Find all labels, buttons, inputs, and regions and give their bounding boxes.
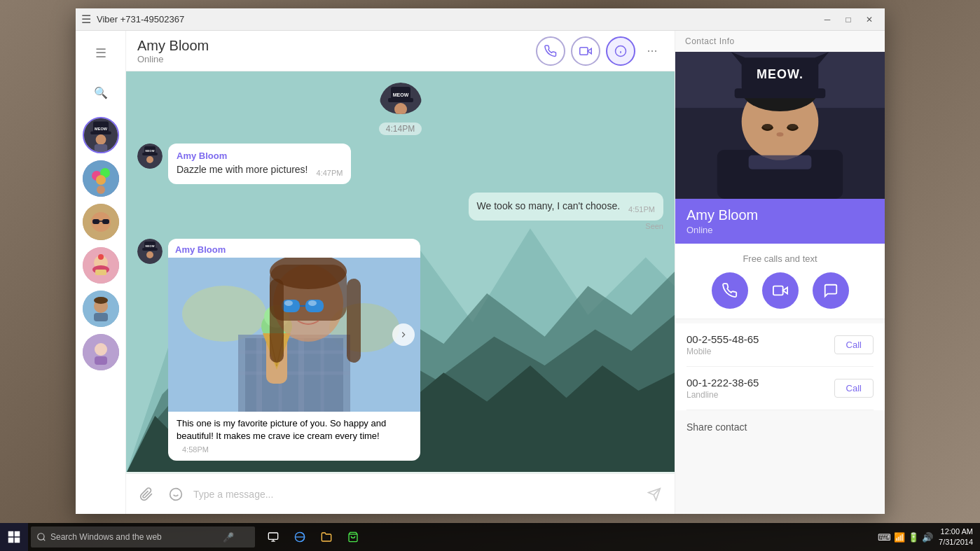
taskbar-date-display: 7/31/2014 — [939, 537, 973, 547]
svg-rect-104 — [773, 286, 782, 295]
svg-rect-19 — [95, 270, 106, 275]
svg-point-79 — [308, 300, 317, 306]
windows-logo-icon — [8, 531, 20, 543]
svg-point-53 — [146, 251, 153, 258]
volume-icon: 🔊 — [922, 532, 933, 543]
msg-image-bubble: Amy Bloom — [168, 239, 420, 461]
messages-container: MEOW 4:14PM — [126, 71, 675, 472]
edge-browser-button[interactable] — [287, 524, 312, 550]
title-bar-menu-icon[interactable]: ☰ — [81, 13, 91, 26]
svg-point-78 — [284, 300, 293, 306]
info-button[interactable] — [606, 36, 635, 66]
app-content: ☰ 🔍 MEOW — [76, 31, 885, 514]
microphone-icon[interactable]: 🎤 — [223, 532, 234, 543]
landline-number: 00-1-222-38-65 — [686, 377, 834, 389]
svg-point-101 — [777, 132, 784, 137]
window-controls: ─ □ ✕ — [817, 12, 879, 27]
contact-avatar-6[interactable] — [83, 334, 119, 370]
taskbar-search-icon — [36, 532, 46, 542]
taskbar: 🎤 — [0, 523, 980, 551]
msg-text-sent-1: We took so many, I can't choose. — [477, 200, 620, 214]
svg-rect-23 — [94, 313, 108, 321]
msg-image-container — [168, 258, 420, 412]
chat-contact-status: Online — [137, 54, 527, 64]
send-button[interactable] — [642, 482, 666, 506]
contact-avatar-amy[interactable]: MEOW — [83, 117, 119, 153]
svg-rect-5 — [94, 144, 106, 152]
mobile-call-button[interactable]: Call — [834, 335, 874, 354]
mobile-type: Mobile — [686, 347, 834, 356]
sidebar-search-button[interactable]: 🔍 — [85, 77, 116, 108]
contact-avatar-4[interactable] — [83, 247, 119, 284]
msg-row-sent-1: We took so many, I can't choose. 4:51PM — [477, 200, 655, 214]
svg-rect-108 — [15, 538, 20, 543]
system-tray-icons: ⌨ 📶 🔋 🔊 — [878, 532, 933, 543]
store-button[interactable] — [340, 524, 366, 550]
maximize-button[interactable]: □ — [838, 12, 858, 27]
file-explorer-button[interactable] — [314, 524, 339, 550]
sidebar-menu-button[interactable]: ☰ — [85, 38, 116, 69]
landline-call-button[interactable]: Call — [834, 379, 874, 398]
contact-info-header: Contact Info — [675, 31, 885, 52]
forward-message-button[interactable] — [392, 323, 415, 346]
svg-rect-105 — [8, 531, 14, 537]
search-icon: 🔍 — [94, 86, 108, 99]
task-view-button[interactable] — [261, 524, 286, 550]
contact-info-name: Amy Bloom — [686, 207, 874, 223]
phone-number-info-landline: 00-1-222-38-65 Landline — [686, 377, 834, 400]
contact-photo: MEOW. — [675, 52, 885, 199]
msg-bubble-1: Amy Bloom Dazzle me with more pictures! … — [168, 144, 351, 184]
start-button[interactable] — [0, 523, 28, 551]
svg-point-48 — [146, 156, 153, 163]
msg-avatar-amy-2: MEOW — [137, 239, 163, 264]
minimize-button[interactable]: ─ — [817, 12, 837, 27]
taskbar-search-bar[interactable]: 🎤 — [31, 526, 255, 547]
msg-image-sender: Amy Bloom — [168, 239, 420, 258]
svg-rect-29 — [580, 47, 588, 55]
msg-image-wrapper: Amy Bloom — [168, 239, 420, 461]
info-panel-message-button[interactable] — [813, 272, 849, 309]
phone-number-info-mobile: 00-2-555-48-65 Mobile — [686, 333, 834, 356]
contact-avatar-5[interactable] — [83, 291, 119, 327]
video-call-button[interactable] — [571, 36, 600, 66]
svg-point-20 — [98, 254, 104, 260]
svg-point-109 — [38, 533, 44, 540]
message-received-1: MEOW Amy Bloom Dazzle me with more pictu… — [137, 144, 351, 184]
svg-line-110 — [43, 539, 46, 541]
chat-area: Amy Bloom Online — [126, 31, 675, 514]
svg-rect-80 — [270, 279, 284, 363]
title-bar: ☰ Viber +731-49502367 ─ □ ✕ — [76, 8, 885, 31]
message-received-image: MEOW Amy Bloom — [137, 239, 420, 461]
svg-rect-106 — [15, 531, 20, 537]
message-input-field[interactable] — [193, 489, 637, 500]
more-options-button[interactable]: ··· — [641, 40, 663, 62]
share-contact-button[interactable]: Share contact — [675, 410, 885, 444]
svg-rect-13 — [92, 219, 99, 224]
contact-avatar-3[interactable] — [83, 204, 119, 240]
contact-avatar-2[interactable] — [83, 160, 119, 197]
svg-rect-81 — [347, 279, 361, 363]
svg-text:MEOW.: MEOW. — [757, 67, 803, 81]
attachment-button[interactable] — [134, 482, 158, 506]
chat-header-actions: ··· — [536, 36, 663, 66]
svg-rect-102 — [749, 155, 812, 169]
svg-marker-103 — [782, 287, 787, 293]
voice-call-button[interactable] — [536, 36, 565, 66]
share-contact-label: Share contact — [686, 421, 747, 433]
top-profile-image: MEOW — [380, 83, 422, 114]
svg-point-24 — [94, 297, 108, 304]
info-panel-video-call-button[interactable] — [762, 272, 799, 309]
taskbar-search-input[interactable] — [50, 532, 219, 542]
svg-rect-111 — [268, 533, 277, 539]
info-panel-voice-call-button[interactable] — [712, 272, 748, 309]
message-sent-1: We took so many, I can't choose. 4:51PM … — [469, 193, 663, 230]
msg-sent-wrapper-1: We took so many, I can't choose. 4:51PM … — [469, 193, 663, 230]
msg-row-1: Dazzle me with more pictures! 4:47PM — [177, 163, 343, 177]
close-button[interactable]: ✕ — [860, 12, 879, 27]
msg-image-caption: This one is my favorite picture of you. … — [177, 417, 412, 442]
mobile-number: 00-2-555-48-65 — [686, 333, 834, 345]
msg-time-sent-1: 4:51PM — [628, 205, 655, 214]
emoji-button[interactable] — [164, 482, 188, 506]
battery-icon: 🔋 — [908, 532, 919, 543]
msg-avatar-amy-1: MEOW — [137, 144, 163, 169]
